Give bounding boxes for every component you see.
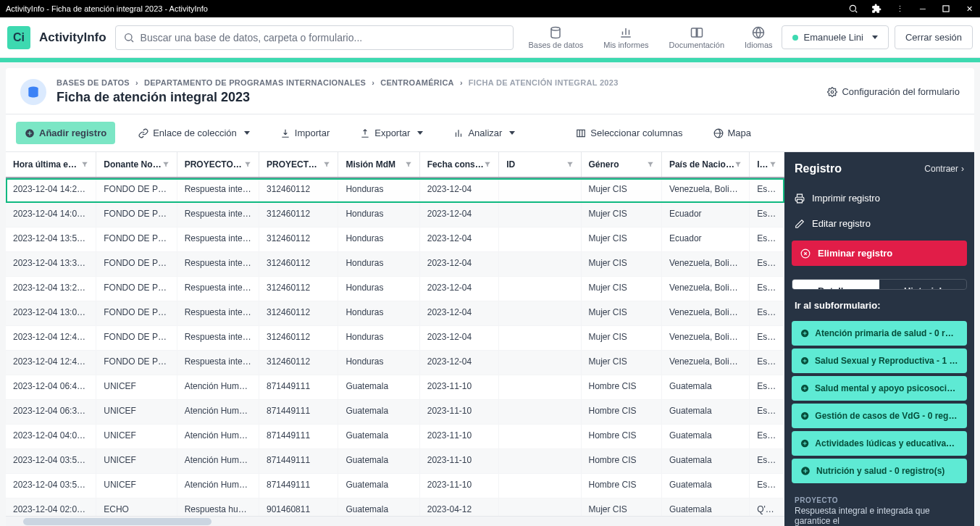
table-row[interactable]: 2023-12-04 03:50:55UNICEFAtención Humani… [6, 474, 784, 498]
table-cell: Españo [750, 351, 784, 375]
table-cell: Mujer CIS [582, 178, 662, 202]
table-row[interactable]: 2023-12-04 03:57:48UNICEFAtención Humani… [6, 449, 784, 474]
subform-chip[interactable]: Nutrición y salud - 0 registro(s) [792, 459, 967, 483]
logout-button[interactable]: Cerrar sesión [895, 25, 973, 49]
table-row[interactable]: 2023-12-04 04:04:34UNICEFAtención Humani… [6, 425, 784, 449]
filter-icon[interactable] [81, 161, 88, 168]
filter-icon[interactable] [734, 161, 742, 168]
table-cell: Mujer CIS [582, 301, 662, 325]
nav-databases[interactable]: Bases de datos [528, 26, 583, 49]
search-icon[interactable] [848, 4, 858, 14]
table-cell: 2023-12-04 03:57:48 [6, 449, 96, 473]
table-cell: Guatemala [338, 449, 419, 473]
table-row[interactable]: 2023-12-04 06:33:46UNICEFAtención Humani… [6, 400, 784, 425]
filter-icon[interactable] [769, 161, 776, 168]
topbar: Ci ActivityInfo Buscar una base de datos… [0, 17, 980, 58]
column-header[interactable]: Fecha consulta [420, 152, 499, 177]
table-cell: Mujer CIS [582, 277, 662, 301]
scroll-thumb[interactable] [23, 518, 212, 525]
collapse-button[interactable]: Contraer › [924, 164, 964, 174]
horizontal-scrollbar[interactable] [6, 516, 784, 526]
subform-chip[interactable]: Gestión de casos de VdG - 0 registro(s) [792, 404, 967, 428]
table-row[interactable]: 2023-12-04 13:53:39FONDO DE POBL…Respues… [6, 227, 784, 252]
globe-icon [752, 26, 765, 39]
extension-icon[interactable] [871, 4, 881, 14]
table-row[interactable]: 2023-12-04 13:33:10FONDO DE POBL…Respues… [6, 252, 784, 277]
user-menu[interactable]: Emanuele Lini [782, 25, 889, 49]
table-row[interactable]: 2023-12-04 13:22:33FONDO DE POBL…Respues… [6, 277, 784, 301]
global-search[interactable]: Buscar una base de datos, carpeta o form… [115, 25, 514, 50]
table-cell: 871449111 [259, 375, 338, 399]
export-button[interactable]: Exportar [353, 123, 430, 143]
nav-docs[interactable]: Documentación [669, 26, 724, 49]
breadcrumb-path: BASES DE DATOS › DEPARTAMENTO DE PROGRAM… [56, 78, 817, 87]
chevron-down-icon [417, 131, 423, 135]
column-header[interactable]: Idioma [750, 152, 784, 177]
column-header[interactable]: Género [582, 152, 662, 177]
minimize-icon[interactable]: ─ [918, 4, 928, 14]
filter-icon[interactable] [647, 161, 654, 168]
filter-icon[interactable] [162, 161, 169, 168]
table-cell: Españo [750, 301, 784, 325]
table-row[interactable]: 2023-12-04 06:40:04UNICEFAtención Humani… [6, 375, 784, 400]
subform-chip[interactable]: Salud Sexual y Reproductiva - 1 regist… [792, 348, 967, 373]
map-button[interactable]: Mapa [706, 123, 759, 143]
print-record-button[interactable]: Imprimir registro [784, 185, 974, 211]
select-columns-button[interactable]: Seleccionar columnas [569, 123, 690, 143]
collection-link-button[interactable]: Enlace de colección [131, 123, 257, 143]
chevron-down-icon [509, 131, 515, 135]
proyecto-label: PROYECTO [784, 486, 974, 506]
column-header[interactable]: ID [499, 152, 581, 177]
delete-record-button[interactable]: Eliminar registro [792, 241, 967, 266]
subform-chip[interactable]: Actividades lúdicas y educativas - 0 r… [792, 431, 967, 456]
kebab-icon[interactable]: ⋮ [895, 4, 905, 14]
table-row[interactable]: 2023-12-04 13:04:40FONDO DE POBL…Respues… [6, 301, 784, 326]
subform-chip[interactable]: Atención primaria de salud - 0 registr… [792, 321, 967, 346]
filter-icon[interactable] [244, 161, 251, 168]
table-cell [499, 351, 581, 375]
form-config-link[interactable]: Configuración del formulario [827, 86, 960, 97]
table-row[interactable]: 2023-12-04 12:42:23FONDO DE POBL…Respues… [6, 351, 784, 375]
column-header[interactable]: PROYECTOS PE… [259, 152, 338, 177]
column-header[interactable]: Misión MdM [338, 152, 419, 177]
table-cell: Ecuador [662, 203, 750, 227]
filter-icon[interactable] [566, 161, 574, 168]
chart-icon [453, 128, 464, 138]
table-row[interactable]: 2023-12-04 14:20:16FONDO DE POBL…Respues… [6, 178, 784, 203]
table-row[interactable]: 2023-12-04 02:03:07ECHORespuesta human…9… [6, 498, 784, 516]
nav-lang[interactable]: Idiomas [745, 26, 773, 49]
table-cell: 871449111 [259, 474, 338, 498]
add-record-button[interactable]: Añadir registro [16, 122, 115, 144]
svg-point-3 [551, 27, 560, 30]
column-header[interactable]: PROYECTOS Tít… [177, 152, 259, 177]
table-cell: 312460112 [259, 227, 338, 251]
breadcrumb-item[interactable]: DEPARTAMENTO DE PROGRAMAS INTERNACIONALE… [144, 78, 366, 87]
table-cell: Guatemala [662, 449, 750, 473]
import-button[interactable]: Importar [273, 123, 337, 143]
nav-reports[interactable]: Mis informes [603, 26, 648, 49]
printer-icon [795, 193, 805, 204]
tab-details[interactable]: Detalles [792, 280, 879, 290]
table-cell: Venezuela, Boliva… [662, 326, 750, 350]
table-cell: ECHO [96, 498, 177, 516]
table-cell: Mujer CIS [582, 351, 662, 375]
subform-chip[interactable]: Salud mental y apoyo psicosocial - 0 r… [792, 376, 967, 401]
column-header[interactable]: País de Naciona… [662, 152, 750, 177]
filter-icon[interactable] [405, 161, 412, 168]
filter-icon[interactable] [484, 161, 491, 168]
close-icon[interactable]: ✕ [964, 4, 974, 14]
table-row[interactable]: 2023-12-04 14:04:42FONDO DE POBL…Respues… [6, 203, 784, 227]
breadcrumb-item[interactable]: CENTROAMÉRICA [380, 78, 454, 87]
column-header[interactable]: Hora última edic…↑ [6, 152, 96, 177]
table-cell: UNICEF [96, 449, 177, 473]
column-header[interactable]: Donante Nombre [96, 152, 177, 177]
tab-history[interactable]: Historial [879, 280, 966, 290]
table-cell: Venezuela, Boliv… [662, 178, 750, 202]
table-row[interactable]: 2023-12-04 12:49:40FONDO DE POBL…Respues… [6, 326, 784, 351]
maximize-icon[interactable] [941, 4, 951, 14]
analyze-button[interactable]: Analizar [446, 123, 522, 143]
breadcrumb-item[interactable]: BASES DE DATOS [56, 78, 130, 87]
edit-record-button[interactable]: Editar registro [784, 211, 974, 236]
table-cell: Guatemala [338, 474, 419, 498]
filter-icon[interactable] [323, 161, 330, 168]
